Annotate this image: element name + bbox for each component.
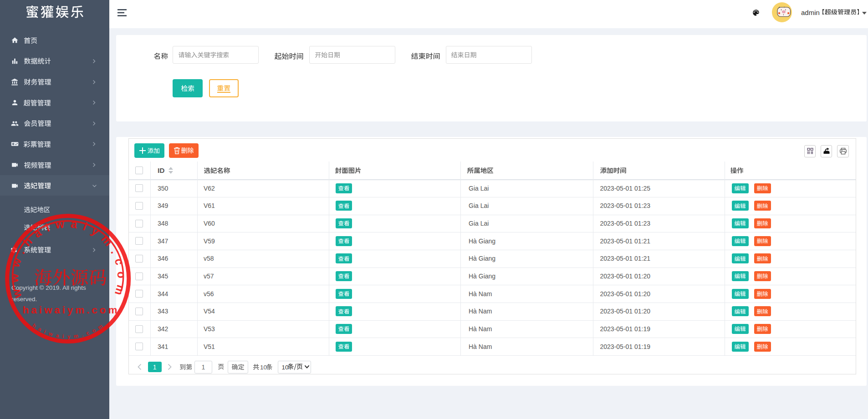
svg-text:www.haiwaiym.com: www.haiwaiym.com xyxy=(7,217,128,303)
svg-text:haiwaiym.com: haiwaiym.com xyxy=(23,304,120,316)
